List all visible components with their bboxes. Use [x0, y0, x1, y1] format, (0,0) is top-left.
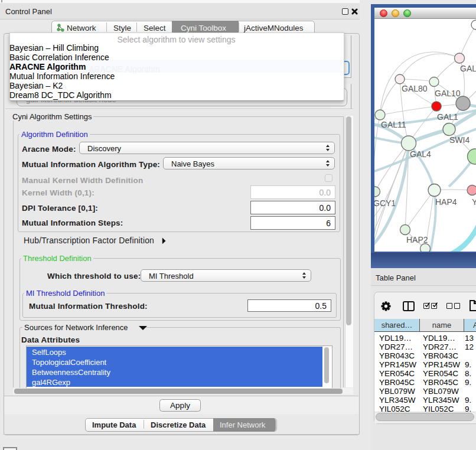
svg-text:GAL10: GAL10: [435, 89, 461, 98]
svg-text:GAL7: GAL7: [460, 64, 476, 73]
svg-text:GAL11: GAL11: [381, 120, 406, 129]
svg-text:GAL4: GAL4: [410, 149, 431, 159]
svg-text:GAL80: GAL80: [402, 84, 428, 93]
svg-text:HAP2: HAP2: [406, 235, 428, 244]
svg-text:HAP4: HAP4: [435, 197, 457, 207]
svg-text:SWI4: SWI4: [449, 135, 470, 145]
svg-text:GAL1: GAL1: [437, 112, 458, 122]
svg-text:GCY1: GCY1: [374, 198, 396, 208]
svg-text:YEL: YEL: [472, 197, 476, 207]
